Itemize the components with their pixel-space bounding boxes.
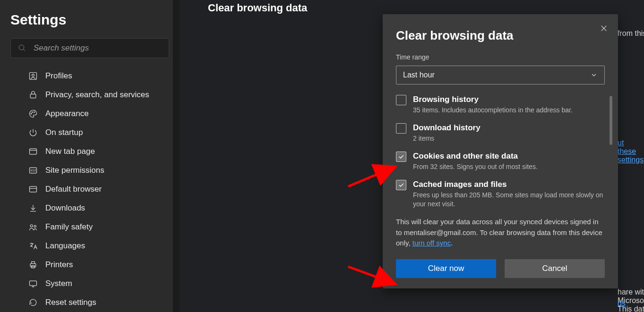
sidebar-item-label: Site permissions xyxy=(45,166,104,175)
search-input[interactable] xyxy=(10,38,169,58)
svg-point-18 xyxy=(34,225,36,227)
option-cookies: Cookies and other site data From 32 site… xyxy=(396,152,605,171)
turn-off-sync-link[interactable]: turn off sync xyxy=(412,239,451,247)
sidebar-item-profiles[interactable]: Profiles xyxy=(10,67,169,85)
sidebar-item-system[interactable]: System xyxy=(10,274,169,293)
settings-title: Settings xyxy=(10,12,169,28)
printer-icon xyxy=(28,260,38,270)
option-cache: Cached images and files Frees up less th… xyxy=(396,180,605,209)
svg-point-17 xyxy=(30,225,33,227)
sidebar-item-label: Profiles xyxy=(45,71,72,81)
svg-point-7 xyxy=(34,112,35,113)
chevron-down-icon xyxy=(590,71,598,79)
cancel-button[interactable]: Cancel xyxy=(505,259,605,278)
option-title: Download history xyxy=(413,123,481,133)
tab-icon xyxy=(28,147,38,156)
sidebar-item-newtab[interactable]: New tab page xyxy=(10,142,169,161)
sidebar-item-reset[interactable]: Reset settings xyxy=(10,293,169,312)
clear-browsing-data-dialog: Clear browsing data Time range Last hour… xyxy=(383,14,618,288)
svg-rect-8 xyxy=(30,149,37,154)
svg-point-0 xyxy=(19,45,24,50)
svg-point-3 xyxy=(32,74,34,76)
search-wrapper xyxy=(10,38,169,58)
sidebar-item-label: Printers xyxy=(45,260,73,270)
option-desc: Frees up less than 205 MB. Some sites ma… xyxy=(413,191,605,209)
power-icon xyxy=(28,128,38,137)
sidebar-item-label: New tab page xyxy=(45,147,95,156)
sidebar-item-label: On startup xyxy=(45,128,83,137)
sidebar-item-privacy[interactable]: Privacy, search, and services xyxy=(10,85,169,104)
sidebar-nav: Profiles Privacy, search, and services A… xyxy=(10,67,169,312)
dialog-title: Clear browsing data xyxy=(396,28,605,43)
sidebar-item-label: System xyxy=(45,279,72,288)
option-browsing-history: Browsing history 35 items. Includes auto… xyxy=(396,95,605,115)
settings-link-suffix[interactable]: gs xyxy=(618,299,626,308)
svg-rect-2 xyxy=(30,73,37,80)
option-desc: 2 items xyxy=(413,134,481,143)
sidebar-item-permissions[interactable]: Site permissions xyxy=(10,161,169,180)
sidebar-item-languages[interactable]: Languages xyxy=(10,236,169,255)
sidebar-item-printers[interactable]: Printers xyxy=(10,255,169,274)
sidebar-item-label: Default browser xyxy=(45,185,102,194)
time-range-label: Time range xyxy=(396,53,605,61)
language-icon xyxy=(28,241,38,251)
svg-rect-23 xyxy=(30,281,37,286)
option-desc: 35 items. Includes autocompletions in th… xyxy=(413,106,573,115)
close-icon[interactable] xyxy=(600,25,608,32)
sidebar-item-label: Reset settings xyxy=(45,298,96,307)
settings-sidebar: Settings Profiles Privacy, search, and s… xyxy=(0,0,180,312)
sidebar-item-startup[interactable]: On startup xyxy=(10,123,169,142)
svg-point-5 xyxy=(31,113,32,114)
sidebar-item-label: Appearance xyxy=(45,109,89,118)
page-title: Clear browsing data xyxy=(208,2,627,14)
download-icon xyxy=(28,203,38,213)
dialog-buttons: Clear now Cancel xyxy=(396,259,605,278)
profile-delete-text: from this profile will be deleted. Manag… xyxy=(618,29,644,38)
time-range-select[interactable]: Last hour xyxy=(396,66,605,84)
svg-rect-21 xyxy=(32,261,35,263)
sidebar-item-family[interactable]: Family safety xyxy=(10,218,169,236)
svg-line-1 xyxy=(23,49,25,51)
sidebar-item-label: Downloads xyxy=(45,203,85,213)
checkbox-cookies[interactable] xyxy=(396,152,406,162)
checkbox-cache[interactable] xyxy=(396,180,406,190)
checkbox-browsing-history[interactable] xyxy=(396,95,406,105)
about-settings-link[interactable]: ut these settings xyxy=(618,139,644,164)
option-title: Cached images and files xyxy=(413,180,605,189)
sidebar-item-label: Privacy, search, and services xyxy=(45,90,149,100)
sidebar-item-appearance[interactable]: Appearance xyxy=(10,104,169,123)
search-icon xyxy=(18,44,26,52)
svg-rect-20 xyxy=(30,264,36,267)
option-download-history: Download history 2 items xyxy=(396,123,605,143)
window-icon xyxy=(28,185,38,194)
svg-point-6 xyxy=(32,112,33,113)
checkbox-download-history[interactable] xyxy=(396,123,406,134)
reset-icon xyxy=(28,298,38,307)
option-title: Browsing history xyxy=(413,95,573,104)
svg-rect-4 xyxy=(30,94,36,98)
profile-icon xyxy=(28,71,38,81)
svg-rect-14 xyxy=(30,186,37,192)
option-title: Cookies and other site data xyxy=(413,152,538,161)
monitor-icon xyxy=(28,279,38,288)
option-desc: From 32 sites. Signs you out of most sit… xyxy=(413,162,538,171)
sidebar-item-label: Languages xyxy=(45,241,85,251)
time-range-value: Last hour xyxy=(403,71,435,79)
clear-now-button[interactable]: Clear now xyxy=(396,259,496,278)
palette-icon xyxy=(28,109,38,118)
sidebar-item-default-browser[interactable]: Default browser xyxy=(10,180,169,199)
sliders-icon xyxy=(28,166,38,175)
clear-options-list: Browsing history 35 items. Includes auto… xyxy=(396,95,605,208)
options-scrollbar[interactable] xyxy=(610,96,612,145)
main-content: Clear browsing data from this profile wi… xyxy=(180,0,644,312)
sidebar-item-label: Family safety xyxy=(45,222,93,232)
sync-note: This will clear your data across all you… xyxy=(396,217,605,249)
sidebar-item-downloads[interactable]: Downloads xyxy=(10,199,169,218)
people-icon xyxy=(28,222,38,232)
lock-icon xyxy=(28,90,38,100)
